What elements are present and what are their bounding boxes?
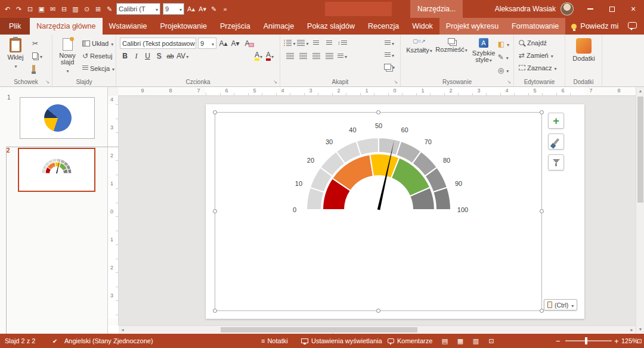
display-settings-button[interactable]: Ustawienia wyświetlania — [301, 334, 382, 348]
account-user[interactable]: Aleksandra Wasiak — [495, 0, 574, 18]
shape-fill-button[interactable]: ◧ — [497, 38, 510, 49]
scroll-right-arrow[interactable]: ▸ — [628, 326, 636, 334]
scroll-down-arrow[interactable]: ▼ — [636, 325, 644, 333]
fit-to-window-button[interactable]: ⊡ — [637, 334, 642, 348]
tab-projektowanie[interactable]: Projektowanie — [153, 18, 213, 35]
character-spacing-button[interactable]: AV — [177, 51, 188, 61]
tab-projekt-wykresu[interactable]: Projekt wykresu — [439, 18, 505, 35]
section-button[interactable]: Sekcja — [81, 63, 116, 74]
tab-formatowanie[interactable]: Formatowanie — [505, 18, 565, 35]
paste-button[interactable]: Wklej — [3, 36, 28, 70]
resize-handle-s[interactable] — [376, 309, 380, 313]
zoom-level[interactable]: 125% — [621, 334, 638, 348]
paste-options-button[interactable]: (Ctrl) — [544, 299, 577, 310]
resize-handle-sw[interactable] — [213, 309, 217, 313]
resize-handle-nw[interactable] — [213, 110, 217, 114]
clipboard-dialog-launcher[interactable] — [44, 79, 51, 85]
tell-me-button[interactable]: Powiedz mi — [565, 18, 624, 35]
email-icon[interactable]: ✉ — [47, 2, 58, 16]
print-preview-icon[interactable]: ⊟ — [58, 2, 70, 16]
strikethrough-button[interactable]: ab — [165, 51, 175, 61]
comments-button[interactable]: Komentarze — [388, 334, 432, 348]
minimize-button[interactable] — [580, 0, 601, 18]
tab-przejścia[interactable]: Przejścia — [213, 18, 257, 35]
layout-button[interactable]: Układ — [81, 38, 116, 49]
tab-animacje[interactable]: Animacje — [257, 18, 301, 35]
resize-handle-e[interactable] — [540, 209, 544, 213]
drawing-dialog-launcher[interactable] — [506, 79, 512, 85]
shape-effects-button[interactable]: ◎ — [497, 64, 510, 76]
chart-styles-button[interactable] — [548, 133, 564, 150]
grow-font-icon[interactable]: A▴ — [185, 2, 197, 16]
scroll-left-arrow[interactable]: ◂ — [119, 326, 126, 334]
paragraph-dialog-launcher[interactable] — [392, 79, 399, 85]
pin-icon[interactable]: ⊙ — [81, 2, 92, 16]
pen-icon[interactable]: ✎ — [104, 2, 115, 16]
line-spacing-button[interactable]: ↕ — [336, 38, 348, 48]
zoom-out-button[interactable]: − — [556, 334, 561, 348]
gauge-chart[interactable]: 0102030405060708090100 — [274, 117, 483, 218]
italic-button[interactable]: I — [131, 51, 141, 61]
justify-button[interactable] — [323, 51, 335, 61]
start-slideshow-icon[interactable]: ⊡ — [24, 2, 36, 16]
vertical-scrollbar[interactable]: ▲ ▼ — [636, 87, 644, 333]
bold-button[interactable]: B — [120, 51, 130, 61]
zoom-slider-thumb[interactable] — [585, 337, 587, 344]
align-text-button[interactable] — [383, 49, 395, 60]
font-size-combo[interactable]: 9 — [198, 38, 216, 49]
text-highlight-button[interactable]: A — [253, 51, 264, 61]
align-center-button[interactable] — [297, 51, 309, 61]
align-left-button[interactable] — [284, 51, 296, 61]
columns-button[interactable] — [336, 51, 348, 61]
shape-outline-button[interactable]: ✎ — [497, 51, 510, 63]
tab-recenzja[interactable]: Recenzja — [361, 18, 405, 35]
new-slide-button[interactable]: Nowy slajd — [55, 36, 80, 74]
tab-narzędzia-główne[interactable]: Narzędzia główne — [30, 18, 102, 35]
font-name-combo[interactable]: Calibri (Tekst podstawow — [120, 38, 196, 49]
copy-button[interactable] — [31, 50, 44, 61]
close-button[interactable]: × — [623, 0, 644, 18]
qat-font-name-combo[interactable]: Calibri (T — [116, 3, 160, 15]
quick-styles-button[interactable]: Szybkie style — [467, 38, 500, 64]
tab-widok[interactable]: Widok — [405, 18, 439, 35]
decrease-indent-button[interactable] — [310, 38, 322, 48]
qat-font-size-combo[interactable]: 9 — [163, 3, 184, 15]
increase-indent-button[interactable] — [323, 38, 335, 48]
save-icon[interactable]: ▣ — [36, 2, 47, 16]
chart-icon[interactable]: ▥ — [70, 2, 81, 16]
tab-wstawianie[interactable]: Wstawianie — [103, 18, 154, 35]
horizontal-scroll-thumb[interactable] — [221, 327, 417, 333]
convert-smartart-button[interactable] — [383, 61, 395, 72]
normal-view-button[interactable]: ▤ — [438, 334, 451, 348]
tab-plik[interactable]: Plik — [0, 18, 30, 35]
slide-sorter-button[interactable]: ▦ — [454, 334, 467, 348]
clear-formatting-button[interactable]: A — [242, 38, 252, 49]
grow-font-button[interactable]: A▴ — [218, 38, 228, 49]
underline-button[interactable]: U — [143, 51, 153, 61]
feedback-chat-icon[interactable] — [628, 22, 637, 29]
align-right-button[interactable] — [310, 51, 322, 61]
table-icon[interactable]: ⊞ — [92, 2, 104, 16]
notes-button[interactable]: ≡ Notatki — [261, 334, 288, 348]
resize-handle-ne[interactable] — [540, 110, 544, 114]
format-painter-button[interactable] — [31, 63, 44, 74]
font-dialog-launcher[interactable] — [272, 79, 278, 85]
shapes-button[interactable]: ▢○↗ Kształty — [403, 38, 435, 54]
text-direction-button[interactable] — [383, 38, 395, 48]
reset-button[interactable]: ↺Resetuj — [81, 50, 116, 61]
shrink-font-icon[interactable]: A▾ — [197, 2, 208, 16]
horizontal-ruler[interactable]: 987654321012345678 — [119, 87, 636, 96]
horizontal-scrollbar[interactable]: ◂ ▸ — [119, 325, 636, 333]
bullets-button[interactable] — [284, 38, 296, 48]
reading-view-button[interactable]: ▥ — [469, 334, 482, 348]
font-color-button[interactable]: A — [265, 51, 275, 61]
numbering-button[interactable] — [297, 38, 309, 48]
slideshow-button[interactable]: ⊡ — [485, 334, 498, 348]
text-shadow-button[interactable]: S — [154, 51, 164, 61]
resize-handle-w[interactable] — [213, 209, 217, 213]
arrange-button[interactable]: Rozmieść — [435, 38, 467, 54]
restore-button[interactable] — [601, 0, 623, 18]
redo-icon[interactable]: ↷ — [13, 2, 24, 16]
zoom-in-button[interactable]: + — [614, 334, 619, 348]
chart-elements-button[interactable]: + — [548, 113, 564, 129]
